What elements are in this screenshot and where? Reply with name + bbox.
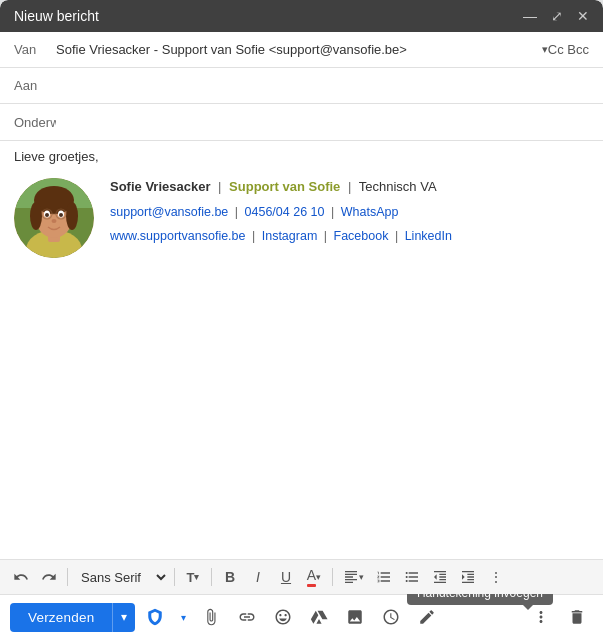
onderwerp-input[interactable] — [56, 115, 589, 130]
signature-info: Sofie Vriesacker | Support van Sofie | T… — [110, 178, 452, 250]
formatting-toolbar: Sans Serif Serif Monospace T ▾ B I U A ▾… — [0, 559, 603, 594]
signature-block: Sofie Vriesacker | Support van Sofie | T… — [14, 178, 589, 258]
sig-links-row2: www.supportvansofie.be | Instagram | Fac… — [110, 226, 452, 246]
font-color-button[interactable]: A ▾ — [301, 564, 327, 590]
toolbar-divider-4 — [332, 568, 333, 586]
aan-row[interactable]: Aan — [0, 68, 603, 104]
van-row: Van Sofie Vriesacker - Support van Sofie… — [0, 32, 603, 68]
aan-label: Aan — [14, 78, 56, 93]
fields-area: Van Sofie Vriesacker - Support van Sofie… — [0, 32, 603, 141]
undo-button[interactable] — [8, 564, 34, 590]
svg-point-12 — [59, 213, 63, 217]
bold-button[interactable]: B — [217, 564, 243, 590]
attach-button[interactable] — [195, 601, 227, 633]
cc-bcc-button[interactable]: Cc Bcc — [548, 42, 589, 57]
sig-role: Technisch VA — [359, 179, 437, 194]
font-size-button[interactable]: T ▾ — [180, 564, 206, 590]
send-dropdown-button[interactable]: ▾ — [112, 603, 135, 632]
svg-point-11 — [45, 213, 49, 217]
title-bar: Nieuw bericht — ⤢ ✕ — [0, 0, 603, 32]
align-button[interactable]: ▾ — [338, 564, 369, 590]
toolbar-divider-2 — [174, 568, 175, 586]
sig-website-link[interactable]: www.supportvansofie.be — [110, 229, 246, 243]
underline-button[interactable]: U — [273, 564, 299, 590]
photo-button[interactable] — [339, 601, 371, 633]
greeting-text: Lieve groetjes, — [14, 149, 589, 164]
emoji-button[interactable] — [267, 601, 299, 633]
svg-point-8 — [66, 202, 78, 230]
redo-button[interactable] — [36, 564, 62, 590]
numbered-list-button[interactable] — [371, 564, 397, 590]
sig-brand: Support van Sofie — [229, 179, 340, 194]
onderwerp-label: Onderwerp — [14, 115, 56, 130]
font-family-select[interactable]: Sans Serif Serif Monospace — [73, 564, 169, 590]
sig-links-row1: support@vansofie.be | 0456/04 26 10 | Wh… — [110, 202, 452, 222]
title-bar-actions: — ⤢ ✕ — [523, 9, 589, 23]
link-button[interactable] — [231, 601, 263, 633]
onderwerp-row[interactable]: Onderwerp — [0, 104, 603, 140]
van-label: Van — [14, 42, 56, 57]
toolbar-divider-1 — [67, 568, 68, 586]
indent-decrease-button[interactable] — [427, 564, 453, 590]
toolbar-divider-3 — [211, 568, 212, 586]
sig-name-row: Sofie Vriesacker | Support van Sofie | T… — [110, 178, 452, 196]
sig-name: Sofie Vriesacker — [110, 179, 210, 194]
delete-button[interactable] — [561, 601, 593, 633]
sig-facebook-link[interactable]: Facebook — [334, 229, 389, 243]
aan-input[interactable] — [56, 78, 589, 93]
send-button-group: Verzenden ▾ — [10, 603, 135, 632]
confidential-button[interactable] — [139, 601, 171, 633]
compose-window: Nieuw bericht — ⤢ ✕ Van Sofie Vriesacker… — [0, 0, 603, 639]
svg-point-7 — [30, 202, 42, 230]
confidential-dropdown-button[interactable]: ▾ — [175, 601, 191, 633]
avatar — [14, 178, 94, 258]
sig-sep-1: | — [218, 179, 221, 194]
sig-sep-2: | — [348, 179, 351, 194]
sig-linkedin-link[interactable]: LinkedIn — [405, 229, 452, 243]
sig-instagram-link[interactable]: Instagram — [262, 229, 318, 243]
drive-button[interactable] — [303, 601, 335, 633]
window-title: Nieuw bericht — [14, 8, 99, 24]
close-button[interactable]: ✕ — [577, 9, 589, 23]
sig-whatsapp-link[interactable]: WhatsApp — [341, 205, 399, 219]
indent-increase-button[interactable] — [455, 564, 481, 590]
sig-email-link[interactable]: support@vansofie.be — [110, 205, 228, 219]
minimize-button[interactable]: — — [523, 9, 537, 23]
send-button[interactable]: Verzenden — [10, 603, 112, 632]
italic-button[interactable]: I — [245, 564, 271, 590]
van-value-container: Sofie Vriesacker - Support van Sofie <su… — [56, 42, 548, 57]
sig-phone-link[interactable]: 0456/04 26 10 — [245, 205, 325, 219]
signature-button[interactable] — [411, 601, 443, 633]
bullet-list-button[interactable] — [399, 564, 425, 590]
schedule-button[interactable] — [375, 601, 407, 633]
body-area[interactable]: Lieve groetjes, — [0, 141, 603, 559]
more-format-button[interactable]: ⋮ — [483, 564, 509, 590]
expand-button[interactable]: ⤢ — [551, 9, 563, 23]
svg-point-13 — [52, 219, 57, 223]
van-value[interactable]: Sofie Vriesacker - Support van Sofie <su… — [56, 42, 538, 57]
